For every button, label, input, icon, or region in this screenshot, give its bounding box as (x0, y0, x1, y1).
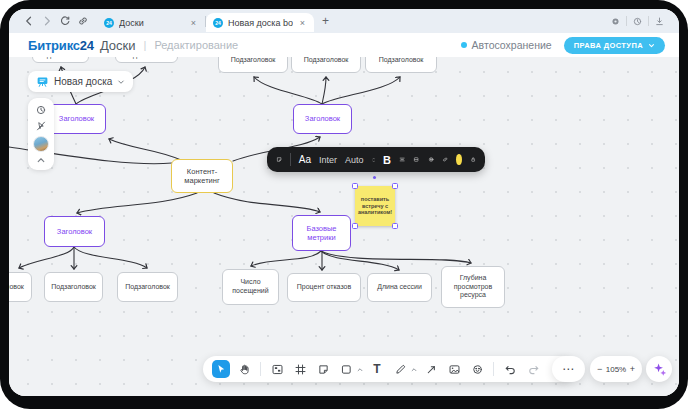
mindmap-node-subheading[interactable]: Подзаголовок (9, 272, 32, 302)
collaboration-panel (28, 98, 54, 170)
screenshot: 24 Доски × 24 Новая доска board × + Битр… (0, 0, 688, 409)
mindmap-node-metric[interactable]: Длина сессии (367, 273, 432, 302)
back-icon[interactable] (23, 15, 35, 27)
board-switcher[interactable]: Новая доска (28, 71, 133, 92)
rotate-handle[interactable] (373, 176, 376, 179)
ai-assistant-button[interactable] (646, 356, 672, 382)
mindmap-node-root[interactable]: Контент-маркетинг (171, 159, 233, 193)
history-clock-icon[interactable] (35, 104, 47, 116)
history-icon[interactable] (632, 16, 643, 27)
arrow-tool[interactable] (422, 360, 440, 378)
access-rights-button[interactable]: ПРАВА ДОСТУПА (564, 37, 665, 54)
new-tab-button[interactable]: + (314, 14, 337, 28)
browser-window: 24 Доски × 24 Новая доска board × + Битр… (9, 9, 679, 396)
download-icon[interactable] (654, 16, 665, 27)
layout-tool[interactable] (268, 360, 286, 378)
sticky-note-tool[interactable] (314, 360, 332, 378)
ai-sparkles-icon (652, 362, 667, 377)
font-name-label[interactable]: Inter (319, 155, 337, 165)
board-icon (36, 75, 49, 88)
mindmap-node-heading[interactable]: Заголовок (44, 216, 105, 247)
zoom-in-button[interactable]: + (630, 364, 635, 374)
fill-frame-icon[interactable] (413, 153, 419, 166)
autosave-status: Автосохранение (461, 39, 552, 51)
chevron-down-icon (648, 42, 655, 49)
mindmap-node-subheading[interactable]: Подзаголовок (291, 57, 361, 73)
autosave-dot-icon (461, 42, 467, 48)
mindmap-node-subheading[interactable]: Подзаголовок (44, 272, 103, 302)
mindmap-node-metric[interactable]: Процент отказов (287, 273, 361, 302)
link-chain-icon[interactable] (442, 153, 448, 166)
font-size-selector[interactable]: Auto (345, 155, 364, 165)
emoji-tool[interactable] (468, 360, 486, 378)
browser-tabbar: 24 Доски × 24 Новая доска board × + (9, 9, 679, 33)
sticky-note-icon[interactable] (276, 153, 282, 166)
pointer-slash-icon[interactable] (35, 120, 47, 132)
frame-tool[interactable] (291, 360, 309, 378)
reload-icon[interactable] (59, 15, 71, 27)
bold-button[interactable]: B (383, 154, 391, 166)
shape-tool-caret-icon[interactable] (357, 367, 363, 372)
mindmap-node-subheading[interactable]: Подзаголовок (365, 57, 437, 73)
emoji-icon[interactable] (428, 153, 434, 166)
link-icon[interactable] (77, 15, 89, 27)
mindmap-node-subheading[interactable]: Подзаголовок (32, 57, 89, 63)
main-toolbar: T (203, 356, 574, 382)
browser-tab-new-board[interactable]: 24 Новая доска board × (206, 13, 314, 32)
browser-tab-boards[interactable]: 24 Доски × (97, 13, 205, 32)
bitrix24-logo: Битрикс24 (28, 38, 94, 53)
tab-label: Новая доска board (228, 18, 293, 28)
selection-handle[interactable] (392, 223, 398, 229)
mindmap-node-metric[interactable]: Глубина просмотров ресурса (441, 266, 505, 308)
mindmap-node-subheading[interactable]: Подзаголовок (218, 57, 288, 73)
selection-handle[interactable] (352, 183, 358, 189)
mindmap-node-metrics-parent[interactable]: Базовые метрики (292, 215, 351, 251)
board-canvas[interactable]: Подзаголовок Подзаголовок Подзаголовок П… (9, 57, 679, 396)
mindmap-node-heading[interactable]: Заголовок (47, 104, 106, 134)
header-divider: | (144, 39, 147, 51)
tab-close-icon[interactable]: × (189, 18, 198, 28)
more-icon: ⋯ (562, 362, 575, 376)
zoom-out-button[interactable]: − (597, 364, 602, 374)
redo-button[interactable] (524, 360, 542, 378)
chevron-up-icon[interactable] (36, 156, 46, 164)
size-stepper-icon[interactable] (372, 154, 375, 166)
sticky-note[interactable]: поставить встречу с аналитиком! (355, 186, 395, 226)
select-tool[interactable] (212, 360, 230, 378)
selection-handle[interactable] (352, 223, 358, 229)
lock-icon[interactable] (470, 153, 476, 166)
color-swatch[interactable] (456, 154, 461, 165)
format-toolbar: Aa Inter Auto B (267, 147, 485, 172)
text-tool[interactable]: T (368, 360, 386, 378)
mindmap-node-metric[interactable]: Число посещений (222, 269, 279, 305)
pen-tool-caret-icon[interactable] (411, 367, 417, 372)
tab-close-icon[interactable]: × (298, 18, 307, 28)
bitrix-favicon: 24 (104, 18, 114, 28)
image-tool[interactable] (445, 360, 463, 378)
forward-icon[interactable] (41, 15, 53, 27)
shape-tool[interactable] (337, 360, 355, 378)
mindmap-node-heading[interactable]: Заголовок (293, 104, 352, 134)
board-name: Новая доска (54, 76, 112, 87)
mode-label: Редактирование (154, 39, 238, 51)
undo-button[interactable] (501, 360, 519, 378)
bitrix-favicon: 24 (213, 18, 223, 28)
extension-icon[interactable] (610, 16, 621, 27)
chevron-down-icon (117, 78, 125, 86)
collaborator-avatar[interactable] (33, 136, 49, 152)
tab-label: Доски (119, 18, 184, 28)
pen-tool[interactable] (391, 360, 409, 378)
selection-handle[interactable] (392, 183, 398, 189)
zoom-controls: − 105% + (590, 356, 642, 382)
align-center-icon[interactable] (399, 153, 405, 166)
more-options-button[interactable]: ⋯ (552, 356, 585, 382)
app-header: Битрикс24 Доски | Редактирование Автосох… (9, 33, 679, 57)
app-title: Доски (100, 38, 136, 53)
font-family-selector[interactable]: Aa (299, 154, 311, 165)
window-frame: 24 Доски × 24 Новая доска board × + Битр… (0, 0, 688, 409)
zoom-level: 105% (606, 365, 626, 374)
mindmap-node-subheading[interactable]: Подзаголовок (117, 272, 178, 302)
hand-tool[interactable] (235, 360, 253, 378)
mindmap-node-subheading[interactable]: Подзаголовок (115, 57, 178, 63)
